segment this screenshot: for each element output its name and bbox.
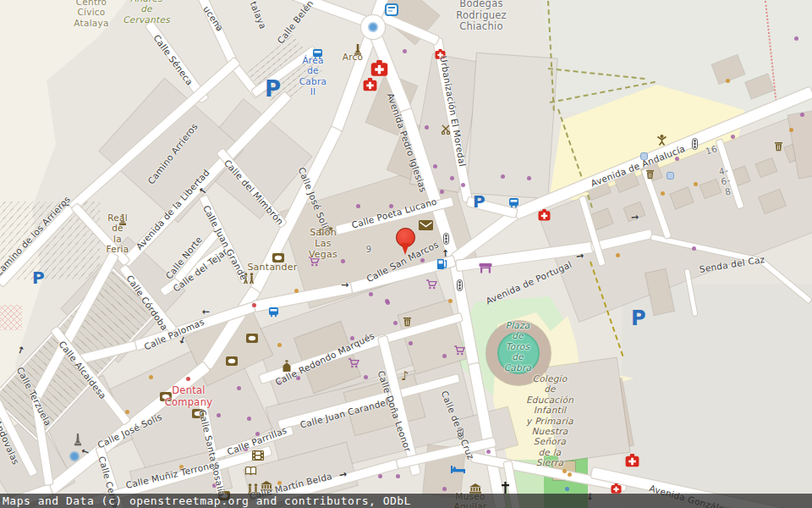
- poi-dot: [565, 487, 569, 491]
- poi-dot: [442, 354, 447, 358]
- poi-dot: [277, 343, 282, 347]
- poi-dot: [731, 135, 735, 139]
- poi-dot: [350, 336, 354, 340]
- oneway-arrow-icon: →: [202, 307, 210, 317]
- roundabout: [361, 15, 385, 39]
- boundary-line: [548, 68, 645, 80]
- poi-dot: [562, 469, 567, 473]
- poi-dot: [212, 483, 217, 488]
- poi-dot: [461, 183, 465, 187]
- poi-dot: [433, 164, 437, 168]
- poi-dot: [247, 417, 251, 421]
- oneway-arrow-icon: →: [441, 250, 450, 257]
- road: [197, 0, 238, 67]
- poi-dot: [527, 176, 531, 180]
- poi-dot: [568, 472, 572, 477]
- poi-dot: [440, 190, 444, 194]
- poi-dot: [661, 191, 665, 196]
- bullring-arena: [497, 332, 540, 374]
- poi-dot: [420, 258, 425, 262]
- poi-dot: [486, 450, 491, 454]
- poi-dot: [794, 36, 798, 41]
- poi-dot: [294, 289, 299, 293]
- landuse-east-area: [622, 284, 812, 508]
- poi-dot: [389, 204, 393, 208]
- poi-dot: [442, 487, 447, 491]
- oneway-arrow-icon: →: [62, 201, 69, 210]
- poi-dot: [252, 303, 256, 307]
- poi-dot: [237, 386, 241, 390]
- poi-dot: [316, 361, 321, 365]
- poi-dot: [800, 113, 804, 117]
- poi-dot: [692, 246, 696, 251]
- attribution-bar: Maps and Data (c) openstreetmap.org and …: [0, 494, 812, 508]
- poi-dot: [341, 259, 345, 263]
- poi-dot: [501, 174, 505, 179]
- poi-dot: [726, 79, 730, 83]
- boundary-line: [765, 1, 778, 111]
- oneway-arrow-icon: →: [631, 213, 639, 223]
- oneway-arrow-icon: →: [341, 280, 348, 290]
- oneway-arrow-icon: →: [15, 345, 26, 355]
- city-block: [546, 358, 630, 462]
- poi-dot: [244, 447, 248, 451]
- label-bodegas-rodriguez-chiachio: Bodegas Rodriguez Chiachio: [456, 0, 507, 32]
- boundary-line: [550, 81, 656, 103]
- poi-dot: [217, 413, 221, 417]
- poi-dot: [296, 376, 300, 380]
- poi-dot: [186, 377, 190, 381]
- poi-dot: [675, 157, 679, 161]
- bullring-stands-ring: [486, 321, 551, 385]
- poi-dot: [450, 176, 454, 180]
- poi-dot: [378, 474, 382, 478]
- poi-dot: [789, 128, 793, 132]
- road: [467, 197, 517, 218]
- label-plaza-de-toros: Plaza de Toros de Cabra: [504, 320, 531, 373]
- poi-dot: [149, 375, 153, 379]
- city-block: [467, 53, 557, 198]
- city-block: [745, 75, 773, 99]
- poi-dot: [179, 465, 184, 469]
- road: [760, 259, 812, 304]
- poi-dot: [448, 299, 453, 303]
- road: [265, 0, 370, 26]
- poi-dot: [125, 410, 129, 414]
- poi-dot: [255, 432, 260, 436]
- poi-dot: [364, 375, 368, 379]
- poi-dot: [396, 474, 400, 478]
- poi-dot: [694, 182, 698, 186]
- label-centro-civico-atalaya: Centro Cívico Atalaya: [74, 0, 108, 29]
- road: [160, 240, 232, 295]
- map-canvas[interactable]: →→→→→→→→→→→→→ PPPP♪ Calle Belénucenatala…: [0, 0, 812, 508]
- location-marker-pin[interactable]: [396, 228, 415, 247]
- poi-dot: [425, 125, 429, 130]
- poi-dot: [277, 381, 282, 385]
- poi-dot: [385, 299, 389, 303]
- poi-dot: [356, 204, 360, 208]
- poi-dot: [616, 253, 620, 257]
- label-andres-de-cervantes: Andrés de Cervantes: [123, 0, 170, 25]
- oneway-arrow-icon: →: [212, 23, 222, 32]
- poi-dot: [409, 341, 413, 345]
- oneway-arrow-icon: →: [575, 251, 584, 261]
- poi-dot: [369, 292, 373, 296]
- oneway-arrow-icon: →: [338, 469, 348, 480]
- pink-hatched-area: [0, 305, 22, 330]
- poi-dot: [393, 321, 398, 325]
- poi-dot: [403, 49, 407, 53]
- label-calle-atalaya-partial: talaya: [248, 0, 268, 30]
- poi-dot: [277, 481, 282, 485]
